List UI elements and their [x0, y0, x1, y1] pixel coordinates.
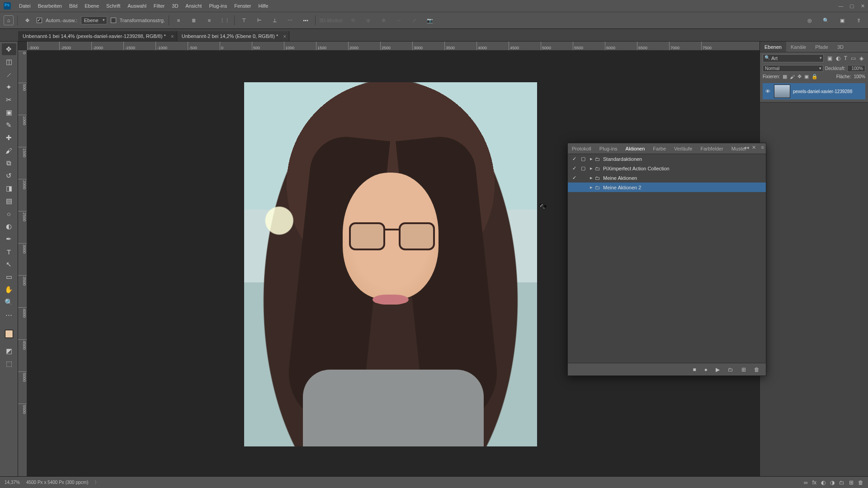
eyedropper-tool[interactable]: ✎ [2, 119, 16, 131]
type-tool[interactable]: T [2, 246, 16, 258]
menu-datei[interactable]: Datei [15, 0, 34, 12]
action-set-row[interactable]: ✓▸🗀Meine Aktionen [568, 173, 766, 183]
expand-icon[interactable]: ▸ [588, 165, 595, 171]
toggle-dialog-icon[interactable]: ▢ [579, 165, 588, 171]
panel-close-icon[interactable]: ✕ [752, 145, 756, 150]
lock-transparency-icon[interactable]: ▦ [783, 74, 787, 80]
new-group-icon[interactable]: 🗀 [839, 479, 844, 486]
auto-select-dropdown[interactable]: Ebene [81, 16, 107, 24]
panel-tab-farbfelder[interactable]: Farbfelder [696, 143, 727, 154]
filter-smart-icon[interactable]: ◈ [859, 55, 863, 61]
quick-mask-icon[interactable]: ◩ [2, 345, 16, 357]
blend-mode-dropdown[interactable]: Normal [763, 65, 823, 72]
tab-close-icon[interactable]: × [171, 33, 174, 40]
status-more-icon[interactable]: 〉 [94, 479, 99, 486]
document-tab[interactable]: Unbenannt-2 bei 14,2% (Ebene 0, RGB/8) *… [177, 31, 289, 41]
action-set-row[interactable]: ✓▢▸🗀PiXimperfect Action Collection [568, 164, 766, 173]
history-brush-tool[interactable]: ↺ [2, 170, 16, 182]
zoom-tool[interactable]: 🔍 [2, 296, 16, 308]
layer-mask-icon[interactable]: ◐ [821, 479, 826, 486]
home-button[interactable]: ⌂ [4, 15, 14, 25]
valign-bottom-icon[interactable]: ⊥ [269, 14, 281, 26]
filter-pixel-icon[interactable]: ▣ [827, 55, 832, 61]
toggle-check-icon[interactable]: ✓ [570, 165, 579, 171]
lock-all-icon[interactable]: 🔒 [811, 74, 818, 80]
adjustment-layer-icon[interactable]: ◑ [830, 479, 835, 486]
action-set-row[interactable]: ✓▢▸🗀Standardaktionen [568, 154, 766, 164]
fill-input[interactable]: 100% [854, 74, 865, 79]
new-action-button[interactable]: ⊞ [741, 366, 746, 373]
panel-tab-ebenen[interactable]: Ebenen [760, 42, 786, 52]
menu-bild[interactable]: Bild [66, 0, 81, 12]
layer-thumbnail[interactable] [774, 84, 790, 98]
zoom-level[interactable]: 14,37% [5, 480, 20, 485]
filter-shape-icon[interactable]: ▭ [851, 55, 856, 61]
expand-icon[interactable]: ▸ [588, 175, 595, 181]
blur-tool[interactable]: ○ [2, 208, 16, 220]
toggle-check-icon[interactable]: ✓ [570, 175, 579, 181]
record-button[interactable]: ● [704, 366, 708, 373]
eraser-tool[interactable]: ◨ [2, 183, 16, 194]
hand-tool[interactable]: ✋ [2, 284, 16, 296]
panel-tab-plug-ins[interactable]: Plug-ins [595, 143, 622, 154]
toggle-dialog-icon[interactable]: ▢ [579, 156, 588, 162]
panel-tab-verläufe[interactable]: Verläufe [670, 143, 696, 154]
more-tools[interactable]: ⋯ [2, 309, 16, 321]
new-layer-icon[interactable]: ⊞ [849, 479, 854, 486]
close-icon[interactable]: ✕ [857, 0, 868, 12]
lock-position-icon[interactable]: ✥ [797, 74, 802, 80]
menu-3d[interactable]: 3D [168, 0, 182, 12]
toggle-check-icon[interactable]: ✓ [570, 156, 579, 162]
opacity-input[interactable]: 100% [847, 65, 865, 72]
panel-tab-kanäle[interactable]: Kanäle [786, 42, 811, 52]
path-select-tool[interactable]: ↖ [2, 258, 16, 270]
layer-filter-dropdown[interactable]: Art [763, 54, 824, 62]
frame-tool[interactable]: ▣ [2, 107, 16, 118]
menu-plug-ins[interactable]: Plug-ins [205, 0, 231, 12]
shape-tool[interactable]: ▭ [2, 271, 16, 283]
valign-top-icon[interactable]: ⊤ [238, 14, 250, 26]
workspace-icon[interactable]: ▣ [836, 14, 848, 26]
maximize-icon[interactable]: ▢ [846, 0, 857, 12]
layer-name-label[interactable]: pexels-daniel-xavier-1239288 [793, 89, 852, 94]
lock-pixels-icon[interactable]: 🖌 [790, 74, 795, 80]
expand-icon[interactable]: ▸ [588, 156, 595, 162]
panel-tab-pfade[interactable]: Pfade [811, 42, 833, 52]
healing-brush-tool[interactable]: ✚ [2, 132, 16, 144]
panel-tab-farbe[interactable]: Farbe [649, 143, 670, 154]
actions-panel[interactable]: ProtokollPlug-insAktionenFarbeVerläufeFa… [567, 143, 766, 376]
lasso-tool[interactable]: ⟋ [2, 69, 16, 80]
delete-action-button[interactable]: 🗑 [754, 366, 760, 373]
clone-stamp-tool[interactable]: ⧉ [2, 157, 16, 169]
dodge-tool[interactable]: ◐ [2, 221, 16, 232]
vdistribute-icon[interactable]: ⋯ [284, 14, 296, 26]
auto-select-checkbox[interactable] [37, 18, 42, 23]
distribute-icon[interactable]: ⋮⋮ [219, 14, 231, 26]
layer-row[interactable]: 👁 pexels-daniel-xavier-1239288 [763, 83, 865, 99]
delete-layer-icon[interactable]: 🗑 [858, 479, 863, 486]
link-layers-icon[interactable]: ∞ [804, 479, 808, 486]
magic-wand-tool[interactable]: ✦ [2, 81, 16, 93]
pen-tool[interactable]: ✒ [2, 233, 16, 245]
move-tool[interactable]: ✥ [2, 43, 16, 55]
tab-close-icon[interactable]: × [283, 33, 286, 40]
transform-controls-checkbox[interactable] [111, 18, 116, 23]
screen-mode-icon[interactable]: ⬚ [2, 358, 16, 370]
brush-tool[interactable]: 🖌 [2, 145, 16, 156]
play-button[interactable]: ▶ [716, 366, 720, 373]
menu-ansicht[interactable]: Ansicht [182, 0, 205, 12]
marquee-tool[interactable]: ◫ [2, 56, 16, 68]
expand-icon[interactable]: ▸ [588, 184, 595, 190]
panel-tab-3d[interactable]: 3D [833, 42, 848, 52]
panel-menu-icon[interactable]: ≡ [761, 145, 764, 150]
share-icon[interactable]: ⇪ [853, 14, 864, 26]
cloud-docs-icon[interactable]: ◎ [804, 14, 816, 26]
new-set-button[interactable]: 🗀 [728, 366, 733, 373]
stop-button[interactable]: ■ [693, 366, 696, 373]
document-tab[interactable]: Unbenannt-1 bei 14,4% (pexels-daniel-xav… [18, 31, 177, 41]
align-right-icon[interactable]: ≡ [203, 14, 215, 26]
align-left-icon[interactable]: ≡ [173, 14, 184, 26]
gradient-tool[interactable]: ▤ [2, 195, 16, 207]
valign-middle-icon[interactable]: ⊢ [254, 14, 265, 26]
panel-collapse-icon[interactable]: ◂◂ [744, 145, 749, 150]
